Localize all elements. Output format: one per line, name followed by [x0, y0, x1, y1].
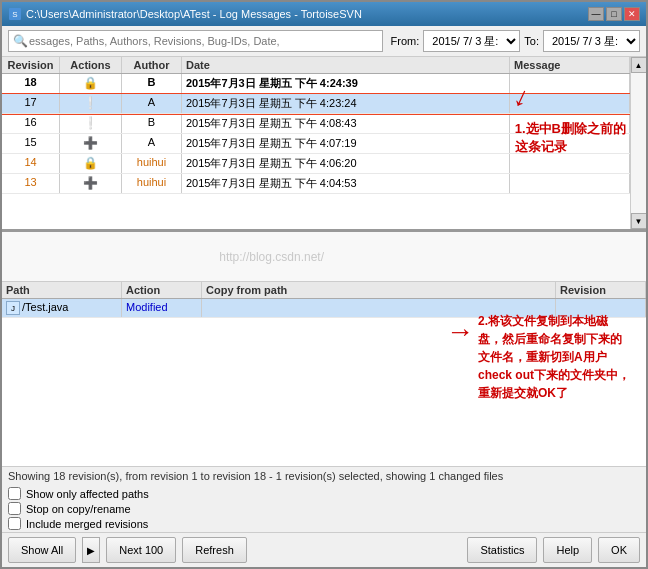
- header-date: Date: [182, 57, 510, 73]
- cell-revision: 14: [2, 154, 60, 173]
- action-icon: ❕: [83, 116, 98, 130]
- cell-author: huihui: [122, 154, 182, 173]
- statistics-button[interactable]: Statistics: [467, 537, 537, 563]
- scroll-down[interactable]: ▼: [631, 213, 647, 229]
- next-100-button[interactable]: Next 100: [106, 537, 176, 563]
- refresh-button[interactable]: Refresh: [182, 537, 247, 563]
- cell-file-revision: [556, 299, 646, 317]
- cell-revision: 17: [2, 94, 60, 113]
- action-icon: ➕: [83, 136, 98, 150]
- log-row[interactable]: 13 ➕ huihui 2015年7月3日 星期五 下午 4:04:53: [2, 174, 630, 194]
- log-row[interactable]: 14 🔒 huihui 2015年7月3日 星期五 下午 4:06:20: [2, 154, 630, 174]
- to-label: To:: [524, 35, 539, 47]
- header-revision: Revision: [556, 282, 646, 298]
- checkbox-stop-input[interactable]: [8, 502, 21, 515]
- cell-date: 2015年7月3日 星期五 下午 4:08:43: [182, 114, 510, 133]
- checkbox-affected-input[interactable]: [8, 487, 21, 500]
- cell-date: 2015年7月3日 星期五 下午 4:04:53: [182, 174, 510, 193]
- cell-message: [510, 174, 630, 193]
- cell-actions: ❕: [60, 114, 122, 133]
- log-table-area: Revision Actions Author Date Message 18 …: [2, 57, 630, 229]
- header-message: Message: [510, 57, 630, 73]
- show-all-button[interactable]: Show All: [8, 537, 76, 563]
- log-table-body[interactable]: 18 🔒 B 2015年7月3日 星期五 下午 4:24:39 17 ❕: [2, 74, 630, 229]
- help-button[interactable]: Help: [543, 537, 592, 563]
- file-row[interactable]: J/Test.java Modified: [2, 299, 646, 318]
- checkbox-affected-paths[interactable]: Show only affected paths: [8, 487, 640, 500]
- checkbox-affected-label: Show only affected paths: [26, 488, 149, 500]
- main-window: S C:\Users\Administrator\Desktop\ATest -…: [0, 0, 648, 569]
- cell-message: [510, 154, 630, 173]
- top-panel: Revision Actions Author Date Message 18 …: [2, 57, 646, 232]
- cell-revision: 13: [2, 174, 60, 193]
- main-content: Revision Actions Author Date Message 18 …: [2, 57, 646, 567]
- toolbar: 🔍 From: 2015/ 7/ 3 星: To: 2015/ 7/ 3 星:: [2, 26, 646, 57]
- show-all-arrow-button[interactable]: ▶: [82, 537, 100, 563]
- cell-message: [510, 134, 630, 153]
- log-row[interactable]: 16 ❕ B 2015年7月3日 星期五 下午 4:08:43: [2, 114, 630, 134]
- bottom-buttons: Show All ▶ Next 100 Refresh Statistics H…: [2, 532, 646, 567]
- checkbox-stop-copy[interactable]: Stop on copy/rename: [8, 502, 640, 515]
- action-icon: ➕: [83, 176, 98, 190]
- app-icon: S: [8, 7, 22, 21]
- file-table-header: Path Action Copy from path Revision: [2, 282, 646, 299]
- checkbox-stop-label: Stop on copy/rename: [26, 503, 131, 515]
- log-row[interactable]: 18 🔒 B 2015年7月3日 星期五 下午 4:24:39: [2, 74, 630, 94]
- file-table-body[interactable]: J/Test.java Modified: [2, 299, 646, 466]
- cell-message: [510, 94, 630, 113]
- window-controls: — □ ✕: [588, 7, 640, 21]
- header-action: Action: [122, 282, 202, 298]
- log-row[interactable]: 17 ❕ A 2015年7月3日 星期五 下午 4:23:24: [2, 94, 630, 114]
- file-icon: J: [6, 301, 20, 315]
- from-label: From:: [391, 35, 420, 47]
- action-icon: 🔒: [83, 76, 98, 90]
- cell-actions: 🔒: [60, 154, 122, 173]
- cell-author: B: [122, 74, 182, 93]
- scroll-track[interactable]: [631, 73, 647, 213]
- file-table-area: Path Action Copy from path Revision J/Te…: [2, 282, 646, 466]
- cell-message: [510, 74, 630, 93]
- cell-date: 2015年7月3日 星期五 下午 4:07:19: [182, 134, 510, 153]
- cell-copy: [202, 299, 556, 317]
- status-bar: Showing 18 revision(s), from revision 1 …: [2, 466, 646, 485]
- close-button[interactable]: ✕: [624, 7, 640, 21]
- watermark: http://blog.csdn.net/: [219, 250, 324, 264]
- ok-button[interactable]: OK: [598, 537, 640, 563]
- checkboxes-area: Show only affected paths Stop on copy/re…: [2, 485, 646, 532]
- cell-actions: ➕: [60, 134, 122, 153]
- from-date-select[interactable]: 2015/ 7/ 3 星:: [423, 30, 520, 52]
- maximize-button[interactable]: □: [606, 7, 622, 21]
- cell-revision: 16: [2, 114, 60, 133]
- header-author: Author: [122, 57, 182, 73]
- svg-text:S: S: [12, 10, 17, 19]
- scroll-up[interactable]: ▲: [631, 57, 647, 73]
- checkbox-merged-label: Include merged revisions: [26, 518, 148, 530]
- cell-author: B: [122, 114, 182, 133]
- header-copy: Copy from path: [202, 282, 556, 298]
- header-actions: Actions: [60, 57, 122, 73]
- cell-author: A: [122, 134, 182, 153]
- cell-date: 2015年7月3日 星期五 下午 4:24:39: [182, 74, 510, 93]
- date-range: From: 2015/ 7/ 3 星: To: 2015/ 7/ 3 星:: [391, 30, 640, 52]
- log-scrollbar[interactable]: ▲ ▼: [630, 57, 646, 229]
- action-icon: 🔒: [83, 156, 98, 170]
- cell-actions: 🔒: [60, 74, 122, 93]
- cell-revision: 18: [2, 74, 60, 93]
- cell-revision: 15: [2, 134, 60, 153]
- cell-actions: ❕: [60, 94, 122, 113]
- search-input[interactable]: [8, 30, 383, 52]
- log-row[interactable]: 15 ➕ A 2015年7月3日 星期五 下午 4:07:19: [2, 134, 630, 154]
- checkbox-merged[interactable]: Include merged revisions: [8, 517, 640, 530]
- checkbox-merged-input[interactable]: [8, 517, 21, 530]
- cell-path: J/Test.java: [2, 299, 122, 317]
- search-icon: 🔍: [13, 34, 28, 48]
- header-revision: Revision: [2, 57, 60, 73]
- cell-action: Modified: [122, 299, 202, 317]
- window-title: C:\Users\Administrator\Desktop\ATest - L…: [26, 8, 588, 20]
- minimize-button[interactable]: —: [588, 7, 604, 21]
- cell-actions: ➕: [60, 174, 122, 193]
- header-path: Path: [2, 282, 122, 298]
- cell-date: 2015年7月3日 星期五 下午 4:06:20: [182, 154, 510, 173]
- watermark-area: http://blog.csdn.net/: [2, 232, 646, 282]
- to-date-select[interactable]: 2015/ 7/ 3 星:: [543, 30, 640, 52]
